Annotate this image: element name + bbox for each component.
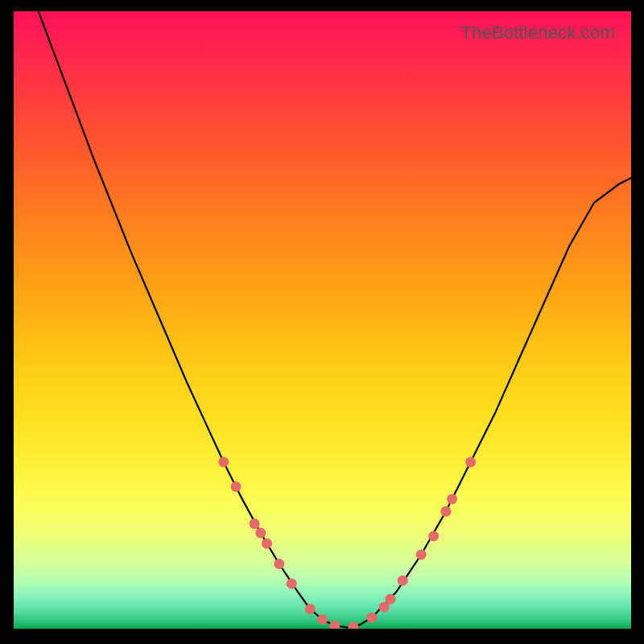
curve-marker — [255, 528, 266, 539]
chart-plot-area: TheBottleneck.com — [14, 11, 631, 629]
curve-marker — [305, 604, 316, 614]
curve-marker — [317, 614, 328, 625]
curve-marker — [274, 559, 284, 569]
curve-marker — [366, 613, 377, 623]
curve-marker — [218, 456, 229, 467]
curve-marker — [440, 506, 451, 517]
curve-markers — [218, 456, 476, 629]
curve-marker — [465, 456, 476, 467]
curve-marker — [348, 621, 358, 629]
curve-marker — [385, 594, 395, 605]
curve-marker — [329, 621, 340, 629]
curve-marker — [398, 576, 408, 586]
chart-frame: TheBottleneck.com — [0, 0, 644, 644]
curve-marker — [416, 550, 427, 560]
curve-marker — [428, 531, 439, 542]
curve-marker — [262, 539, 272, 549]
bottleneck-curve — [39, 11, 631, 628]
curve-marker — [250, 518, 260, 529]
curve-marker — [287, 579, 297, 589]
curve-marker — [231, 481, 242, 492]
curve-marker — [447, 493, 457, 504]
chart-svg — [14, 11, 631, 629]
